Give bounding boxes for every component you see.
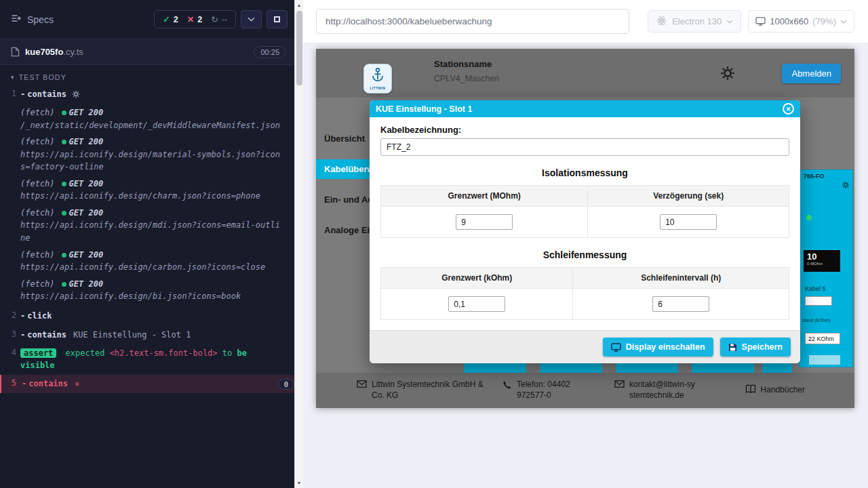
kue-settings-modal: KUE Einstellung - Slot 1 ✕ Kabelbezeichn… <box>370 100 800 363</box>
reporter-scrollbar[interactable]: ▲ ▼ <box>294 0 303 488</box>
footer-company: Littwin Systemtechnik GmbH & Co. KG <box>357 380 502 401</box>
command-row-contains-failed[interactable]: 5 contains✕ 0 <box>0 375 294 393</box>
fetch-log-entry[interactable]: (fetch)GET 200 https://api.iconify.desig… <box>0 136 294 174</box>
footer-manuals[interactable]: Handbücher <box>745 384 805 397</box>
settings-gear-icon[interactable] <box>720 66 735 83</box>
status-dot <box>62 211 66 216</box>
kohm-value-box: 22 KOhm <box>805 333 840 344</box>
hidden-button-stub <box>616 362 678 373</box>
status-dot <box>62 253 66 258</box>
specs-menu-button[interactable]: Specs <box>11 13 54 26</box>
spec-name: kue705fo.cy.ts <box>25 47 83 57</box>
command-name: click <box>20 311 52 321</box>
aut-toolbar: Electron 130 1000x660 (79%) <box>303 0 868 43</box>
failed-count: 2 <box>197 15 202 24</box>
loop-col-interval: Schleifenintervall (h) <box>573 268 789 289</box>
hidden-button-stub <box>762 362 792 373</box>
command-row-assert[interactable]: 4 assert expected <h2.text-sm.font-bold>… <box>0 344 294 375</box>
cable-name-input[interactable] <box>380 138 789 156</box>
loop-limit-input[interactable] <box>448 296 505 312</box>
scroll-down-icon[interactable]: ▼ <box>295 481 303 485</box>
fetch-log-entry[interactable]: (fetch)GET 200 /_next/static/development… <box>0 107 294 131</box>
command-name: contains <box>22 379 68 388</box>
file-icon <box>11 47 20 57</box>
stat-failed: ✕ 2 <box>187 14 202 24</box>
email-icon <box>357 380 367 391</box>
close-icon[interactable]: ✕ <box>783 103 794 115</box>
command-name: contains <box>20 89 66 99</box>
isolation-limit-input[interactable] <box>456 214 513 230</box>
scrollbar-thumb[interactable] <box>296 11 302 85</box>
slot-gear-icon[interactable] <box>842 180 850 192</box>
slot-panel-label: 765-FO <box>804 173 825 180</box>
modal-title: KUE Einstellung - Slot 1 <box>376 104 472 114</box>
chevron-down-icon <box>248 17 255 22</box>
spec-file-row[interactable]: kue705fo.cy.ts 00:25 <box>0 39 294 65</box>
slot-panel-partial: 765-FO 10 0 MOhm Kabel 5 sland (kOhm) 22… <box>799 169 853 367</box>
app-header <box>316 49 854 98</box>
status-led <box>806 215 812 220</box>
loop-col-limit: Grenzwert (kOhm) <box>381 268 573 289</box>
line-number: 4 <box>0 348 20 371</box>
isolation-heading: Isolationsmessung <box>380 167 789 178</box>
line-number: 3 <box>0 329 20 341</box>
fetch-log-entry[interactable]: (fetch)GET 200 https://api.iconify.desig… <box>0 207 294 245</box>
refresh-icon: ↻ <box>211 14 218 24</box>
book-icon <box>745 384 756 397</box>
aut-stage: LITTWIN Stationsname CPLV4_Maschen Abmel… <box>303 43 868 488</box>
hidden-button-stub <box>464 362 526 373</box>
assert-badge: assert <box>20 348 56 358</box>
specs-list-icon <box>11 13 22 26</box>
command-name: contains <box>20 330 66 340</box>
viewport-info[interactable]: 1000x660 (79%) <box>748 10 854 33</box>
command-row-contains-2[interactable]: 3 containsKUE Einstellung - Slot 1 <box>0 326 294 344</box>
save-floppy-icon <box>728 343 737 352</box>
logout-button[interactable]: Abmelden <box>782 64 841 83</box>
gear-icon <box>72 91 80 100</box>
save-button[interactable]: Speichern <box>720 338 791 357</box>
logo-text: LITTWIN <box>370 86 385 90</box>
reporter-header: Specs ✓ 2 ✕ 2 ↻ -- <box>0 0 294 39</box>
fetch-log-entry[interactable]: (fetch)GET 200 https://api.iconify.desig… <box>0 279 294 303</box>
station-value: CPLV4_Maschen <box>434 74 499 83</box>
isolation-delay-input[interactable] <box>660 214 717 230</box>
monitor-icon <box>755 17 766 26</box>
test-body-section[interactable]: ▾ TEST BODY <box>0 65 294 85</box>
display-on-button[interactable]: Display einschalten <box>603 338 713 357</box>
line-number: 5 <box>1 378 22 390</box>
status-dot <box>62 140 66 144</box>
aut-panel: Electron 130 1000x660 (79%) <box>303 0 868 488</box>
command-row-click[interactable]: 2 click <box>0 307 294 325</box>
stop-tests-button[interactable] <box>267 10 288 28</box>
chevron-down-icon <box>840 20 847 24</box>
cable-label: Kabel 5 <box>805 285 826 292</box>
browser-select[interactable]: Electron 130 <box>648 10 741 33</box>
command-row-contains-1[interactable]: 1 contains <box>0 85 294 105</box>
isolation-col-limit: Grenzwert (MOhm) <box>381 186 588 207</box>
collapse-reporter-button[interactable] <box>241 10 262 28</box>
line-number: 1 <box>0 89 20 102</box>
fetch-log-entry[interactable]: (fetch)GET 200 https://api.iconify.desig… <box>0 249 294 274</box>
fetch-log-entry[interactable]: (fetch)GET 200 https://api.iconify.desig… <box>0 178 294 203</box>
loop-interval-input[interactable] <box>652 296 709 312</box>
error-cross-icon: ✕ <box>75 379 79 388</box>
line-number: 2 <box>0 310 20 322</box>
viewport-size: 1000x660 <box>770 16 808 26</box>
assert-element: <h2.text-sm.font-bold> <box>110 348 218 358</box>
url-input[interactable] <box>316 9 629 34</box>
assert-expected: expected <box>66 348 105 358</box>
anchor-icon <box>370 67 385 86</box>
page: Specs ✓ 2 ✕ 2 ↻ -- <box>0 0 868 488</box>
scroll-up-icon[interactable]: ▲ <box>295 3 303 7</box>
command-log: 1 contains (fetch)GET 200 /_next/static/… <box>0 85 294 488</box>
cable-value-box <box>805 296 832 306</box>
specs-label: Specs <box>27 14 54 25</box>
status-dot <box>62 282 66 287</box>
email-icon <box>614 380 625 391</box>
modal-footer: Display einschalten Speichern <box>370 330 800 363</box>
footer-email: kontakt@littwin-systemtechnik.de <box>614 380 740 401</box>
kohm-label: sland (kOhm) <box>802 318 831 323</box>
pending-count: -- <box>222 15 227 24</box>
loop-heading: Schleifenmessung <box>380 249 789 260</box>
isolation-table: Grenzwert (MOhm) Verzögerung (sek) <box>380 185 789 238</box>
